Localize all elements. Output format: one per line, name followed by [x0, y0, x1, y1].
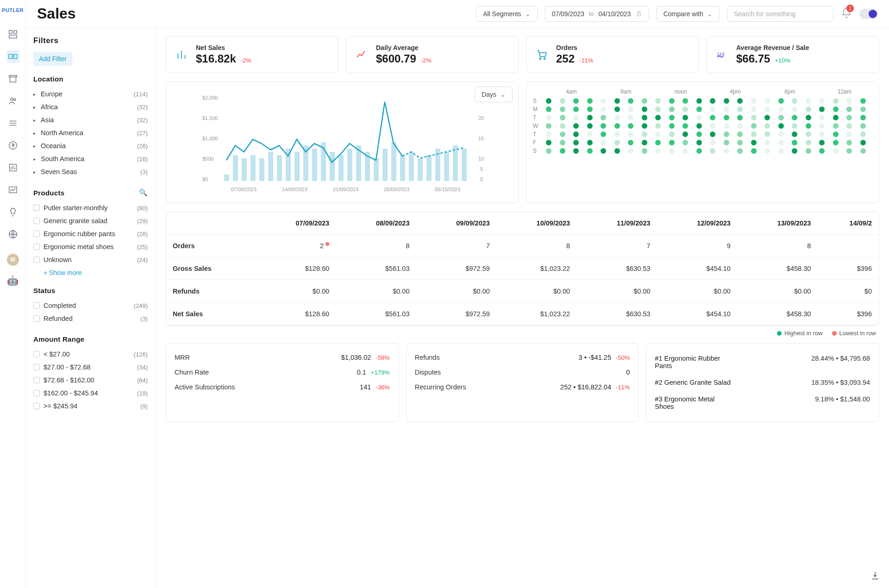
heatmap-cell[interactable]	[696, 106, 702, 112]
heatmap-cell[interactable]	[628, 131, 633, 137]
filter-row[interactable]: ▸Oceania(26)	[33, 139, 148, 152]
heatmap-cell[interactable]	[655, 123, 661, 129]
heatmap-cell[interactable]	[764, 98, 770, 104]
heatmap-cell[interactable]	[601, 106, 606, 112]
filter-row[interactable]: $72.68 - $162.00(64)	[33, 374, 148, 387]
heatmap-cell[interactable]	[737, 140, 743, 145]
heatmap-cell[interactable]	[546, 98, 551, 104]
checkbox[interactable]	[33, 403, 40, 409]
nav-dashboard-icon[interactable]	[6, 28, 19, 41]
heatmap-cell[interactable]	[778, 98, 784, 104]
checkbox[interactable]	[33, 244, 40, 250]
checkbox[interactable]	[33, 218, 40, 224]
heatmap-cell[interactable]	[778, 148, 784, 154]
date-range-picker[interactable]: 07/09/2023 to 04/10/2023 🗓	[545, 6, 649, 22]
heatmap-cell[interactable]	[614, 106, 620, 112]
heatmap-cell[interactable]	[792, 140, 797, 145]
checkbox[interactable]	[33, 351, 40, 357]
checkbox[interactable]	[33, 390, 40, 396]
heatmap-cell[interactable]	[724, 148, 729, 154]
heatmap-cell[interactable]	[682, 131, 688, 137]
heatmap-cell[interactable]	[833, 98, 839, 104]
filter-row[interactable]: ▸North America(27)	[33, 126, 148, 139]
heatmap-cell[interactable]	[751, 106, 757, 112]
heatmap-cell[interactable]	[806, 131, 811, 137]
user-avatar[interactable]: M	[7, 254, 19, 266]
heatmap-cell[interactable]	[833, 106, 839, 112]
filter-row[interactable]: ▸Seven Seas(3)	[33, 165, 148, 178]
checkbox[interactable]	[33, 205, 40, 211]
filter-row[interactable]: Completed(249)	[33, 299, 148, 312]
heatmap-cell[interactable]	[737, 131, 743, 137]
filter-row[interactable]: Refunded(3)	[33, 312, 148, 325]
heatmap-cell[interactable]	[724, 106, 729, 112]
heatmap-cell[interactable]	[628, 98, 633, 104]
heatmap-cell[interactable]	[696, 140, 702, 145]
heatmap-cell[interactable]	[669, 148, 675, 154]
search-icon[interactable]: 🔍	[139, 188, 148, 197]
heatmap-cell[interactable]	[860, 140, 866, 145]
search-input[interactable]	[727, 6, 833, 22]
heatmap-cell[interactable]	[573, 148, 579, 154]
filter-row[interactable]: ▸Europe(114)	[33, 88, 148, 100]
heatmap-cell[interactable]	[724, 98, 729, 104]
heatmap-cell[interactable]	[792, 148, 797, 154]
kpi-card[interactable]: Daily Average $600.79-2%	[346, 36, 519, 73]
heatmap-cell[interactable]	[751, 98, 757, 104]
heatmap-cell[interactable]	[819, 131, 825, 137]
heatmap-cell[interactable]	[737, 123, 743, 129]
heatmap-cell[interactable]	[778, 106, 784, 112]
heatmap-cell[interactable]	[573, 98, 579, 104]
heatmap-cell[interactable]	[710, 140, 715, 145]
heatmap-cell[interactable]	[682, 106, 688, 112]
compare-select[interactable]: Compare with⌄	[657, 6, 720, 22]
heatmap-cell[interactable]	[560, 131, 565, 137]
filter-row[interactable]: $27.00 - $72.68(34)	[33, 361, 148, 374]
checkbox[interactable]	[33, 315, 40, 322]
heatmap-cell[interactable]	[819, 115, 825, 120]
heatmap-cell[interactable]	[764, 148, 770, 154]
heatmap-cell[interactable]	[860, 148, 866, 154]
nav-analytics-icon[interactable]	[6, 161, 19, 174]
checkbox[interactable]	[33, 364, 40, 370]
heatmap-cell[interactable]	[764, 123, 770, 129]
filter-row[interactable]: ▸South America(16)	[33, 152, 148, 165]
heatmap-cell[interactable]	[587, 131, 593, 137]
heatmap-cell[interactable]	[696, 148, 702, 154]
heatmap-cell[interactable]	[710, 115, 715, 120]
heatmap-cell[interactable]	[601, 131, 606, 137]
heatmap-cell[interactable]	[737, 115, 743, 120]
heatmap-cell[interactable]	[642, 131, 647, 137]
filter-row[interactable]: < $27.00(126)	[33, 348, 148, 361]
heatmap-cell[interactable]	[682, 140, 688, 145]
heatmap-cell[interactable]	[587, 148, 593, 154]
nav-list-icon[interactable]	[6, 117, 19, 130]
nav-idea-icon[interactable]	[6, 206, 19, 219]
filter-row[interactable]: Unknown(24)	[33, 253, 148, 266]
heatmap-cell[interactable]	[833, 115, 839, 120]
heatmap-cell[interactable]	[696, 98, 702, 104]
notifications-button[interactable]: 2	[841, 7, 852, 20]
heatmap-cell[interactable]	[642, 98, 647, 104]
heatmap-cell[interactable]	[669, 106, 675, 112]
heatmap-cell[interactable]	[860, 106, 866, 112]
heatmap-cell[interactable]	[819, 140, 825, 145]
heatmap-cell[interactable]	[628, 123, 633, 129]
heatmap-cell[interactable]	[737, 106, 743, 112]
kpi-card[interactable]: 123 Average Revenue / Sale $66.75+10%	[706, 36, 879, 73]
nav-refund-icon[interactable]	[6, 139, 19, 152]
heatmap-cell[interactable]	[806, 115, 811, 120]
heatmap-cell[interactable]	[655, 98, 661, 104]
heatmap-cell[interactable]	[860, 131, 866, 137]
heatmap-cell[interactable]	[669, 140, 675, 145]
heatmap-cell[interactable]	[669, 131, 675, 137]
heatmap-cell[interactable]	[710, 106, 715, 112]
heatmap-cell[interactable]	[846, 131, 852, 137]
heatmap-cell[interactable]	[806, 140, 811, 145]
heatmap-cell[interactable]	[792, 98, 797, 104]
heatmap-cell[interactable]	[846, 106, 852, 112]
heatmap-cell[interactable]	[682, 115, 688, 120]
heatmap-cell[interactable]	[724, 123, 729, 129]
show-more-link[interactable]: + Show more	[33, 266, 148, 276]
heatmap-cell[interactable]	[573, 131, 579, 137]
